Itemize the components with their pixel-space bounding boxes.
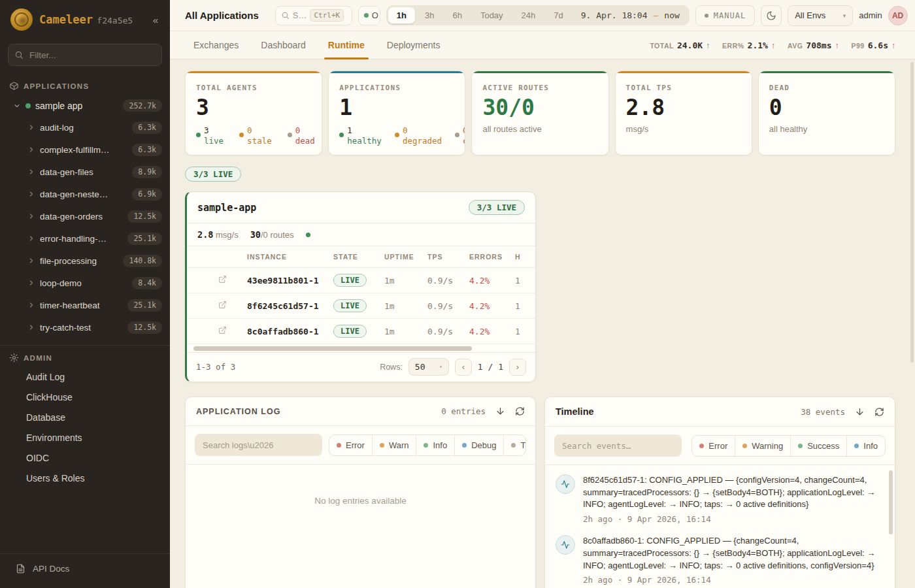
substat-stale: 0stale bbox=[239, 125, 272, 147]
filter-chip-error[interactable]: Error bbox=[692, 436, 735, 456]
state-badge: LIVE bbox=[333, 325, 367, 338]
chevron-right-icon[interactable] bbox=[27, 323, 35, 331]
sidebar-item-clickhouse[interactable]: ClickHouse bbox=[0, 387, 170, 407]
filter-chip-info[interactable]: Info bbox=[416, 435, 454, 455]
sidebar-item-loop-demo[interactable]: loop-demo8.4k bbox=[0, 272, 170, 294]
sidebar-item-try-catch-test[interactable]: try-catch-test12.5k bbox=[0, 316, 170, 338]
sidebar-item-users-roles[interactable]: Users & Roles bbox=[0, 468, 170, 488]
filter-chip-trace[interactable]: Trace bbox=[503, 435, 526, 455]
rows-label: Rows: bbox=[380, 363, 403, 372]
next-page-button[interactable]: › bbox=[509, 359, 526, 376]
filter-chip-success[interactable]: Success bbox=[790, 436, 846, 456]
range-today-button[interactable]: Today bbox=[472, 7, 512, 24]
sidebar-item-timer-heartbeat[interactable]: timer-heartbeat25.1k bbox=[0, 294, 170, 316]
range-24h-button[interactable]: 24h bbox=[513, 7, 544, 24]
manual-refresh-button[interactable]: MANUAL bbox=[695, 5, 755, 26]
sidebar-item-data-gen-nested[interactable]: data-gen-neste…6.9k bbox=[0, 183, 170, 205]
sidebar-filter-input[interactable] bbox=[8, 44, 162, 66]
tree-item-label: audit-log bbox=[40, 123, 74, 133]
sidebar-item-data-gen-files[interactable]: data-gen-files8.9k bbox=[0, 161, 170, 183]
external-link-icon[interactable] bbox=[218, 326, 227, 335]
horizontal-scrollbar[interactable] bbox=[193, 346, 529, 351]
external-link-icon[interactable] bbox=[218, 275, 227, 284]
table-row[interactable]: 8f6245c61d57-1 LIVE 1m 0.9/s 4.2% 1 bbox=[187, 293, 535, 319]
prev-page-button[interactable]: ‹ bbox=[455, 359, 472, 376]
sidebar-item-audit-log[interactable]: audit-log6.3k bbox=[0, 116, 170, 139]
chevron-down-icon[interactable] bbox=[13, 102, 21, 110]
chevron-right-icon[interactable] bbox=[27, 190, 35, 198]
page-indicator: 1 / 1 bbox=[478, 362, 503, 372]
vertical-scrollbar-thumb[interactable] bbox=[889, 470, 893, 534]
connection-status-pill[interactable]: O bbox=[358, 6, 380, 25]
chevron-right-icon[interactable] bbox=[27, 279, 35, 287]
filter-chip-error[interactable]: Error bbox=[329, 435, 372, 455]
stat-p99: P996.6s↑ bbox=[852, 41, 896, 50]
warning-dot bbox=[742, 444, 747, 448]
api-docs-link[interactable]: API Docs bbox=[0, 553, 170, 588]
sidebar-item-database[interactable]: Database bbox=[0, 407, 170, 427]
column-tps: TPS bbox=[422, 246, 464, 268]
filter-chip-info[interactable]: Info bbox=[846, 436, 885, 456]
sidebar-item-data-gen-orders[interactable]: data-gen-orders12.5k bbox=[0, 205, 170, 227]
chevron-right-icon[interactable] bbox=[27, 146, 35, 154]
sidebar-item-audit-log-admin[interactable]: Audit Log bbox=[0, 367, 170, 387]
log-search-input[interactable] bbox=[195, 434, 322, 456]
table-footer: 1-3 of 3 Rows: 50 ▾ ‹ 1 / 1 › bbox=[187, 352, 535, 382]
tab-deployments[interactable]: Deployments bbox=[387, 31, 441, 59]
chevron-right-icon[interactable] bbox=[27, 301, 35, 309]
table-row[interactable]: 43ee9811b801-1 LIVE 1m 0.9/s 4.2% 1 bbox=[187, 268, 535, 293]
activity-pulse-icon bbox=[561, 540, 570, 549]
range-6h-button[interactable]: 6h bbox=[444, 7, 470, 24]
chevron-right-icon[interactable] bbox=[27, 123, 35, 131]
theme-toggle-button[interactable] bbox=[761, 5, 782, 26]
time-range-control: 1h 3h 6h Today 24h 7d 9. Apr. 18:04 — no… bbox=[386, 5, 690, 25]
external-link-icon[interactable] bbox=[218, 301, 227, 309]
tab-dashboard[interactable]: Dashboard bbox=[261, 31, 306, 59]
main-scrollbar-thumb[interactable] bbox=[910, 62, 914, 363]
avatar[interactable]: AD bbox=[888, 6, 908, 25]
download-button[interactable] bbox=[855, 407, 865, 417]
search-icon bbox=[14, 50, 24, 59]
filter-chip-warn[interactable]: Warn bbox=[372, 435, 416, 455]
date-range-display[interactable]: 9. Apr. 18:04 — now bbox=[573, 10, 688, 20]
range-7d-button[interactable]: 7d bbox=[545, 7, 571, 24]
card-applications: APPLICATIONS 1 1healthy 0degraded 0criti bbox=[328, 71, 465, 155]
sidebar-item-oidc[interactable]: OIDC bbox=[0, 448, 170, 468]
events-search-input[interactable] bbox=[554, 434, 682, 457]
tab-runtime[interactable]: Runtime bbox=[328, 31, 365, 59]
gray-dot bbox=[288, 133, 292, 137]
sidebar-item-error-handling[interactable]: error-handling-…25.1k bbox=[0, 227, 170, 250]
count-badge: 8.9k bbox=[132, 166, 162, 178]
sidebar-item-sample-app[interactable]: sample app 252.7k bbox=[0, 95, 170, 116]
timeline-event[interactable]: 8f6245c61d57-1: CONFIG_APPLIED — {config… bbox=[556, 474, 883, 524]
refresh-button[interactable] bbox=[874, 407, 884, 417]
tab-exchanges[interactable]: Exchanges bbox=[193, 31, 239, 59]
app-card-title: sample-app bbox=[197, 202, 256, 214]
download-button[interactable] bbox=[495, 406, 505, 416]
count-badge: 252.7k bbox=[123, 99, 162, 112]
sidebar-collapse-icon[interactable]: « bbox=[150, 13, 161, 27]
timeline-event[interactable]: 8c0affadb860-1: CONFIG_APPLIED — {change… bbox=[556, 535, 883, 585]
global-search[interactable]: S… Ctrl+K bbox=[275, 6, 352, 25]
rows-per-page-select[interactable]: 50 ▾ bbox=[408, 358, 449, 376]
range-3h-button[interactable]: 3h bbox=[416, 7, 442, 24]
state-badge: LIVE bbox=[333, 299, 367, 312]
table-row[interactable]: 8c0affadb860-1 LIVE 1m 0.9/s 4.2% 1 bbox=[187, 319, 535, 344]
range-1h-button[interactable]: 1h bbox=[388, 7, 415, 24]
chevron-right-icon[interactable] bbox=[27, 257, 35, 265]
chevron-right-icon[interactable] bbox=[27, 168, 35, 176]
chevron-right-icon[interactable] bbox=[27, 235, 35, 242]
trend-up-icon: ↑ bbox=[771, 41, 775, 50]
log-level-filters: Error Warn Info Debug Trace bbox=[329, 434, 526, 456]
sidebar-item-file-processing[interactable]: file-processing140.8k bbox=[0, 250, 170, 272]
sidebar-item-environments[interactable]: Environments bbox=[0, 427, 170, 448]
refresh-button[interactable] bbox=[515, 406, 525, 416]
sidebar-item-complex-fulfillment[interactable]: complex-fulfillm…6.3k bbox=[0, 139, 170, 161]
environment-select[interactable]: All Envs ▾ bbox=[788, 5, 853, 26]
gray-dot bbox=[455, 133, 459, 137]
card-total-tps: TOTAL TPS 2.8 msg/s bbox=[615, 71, 752, 155]
filter-chip-warning[interactable]: Warning bbox=[735, 436, 790, 456]
filter-chip-debug[interactable]: Debug bbox=[454, 435, 503, 455]
scrollbar-thumb[interactable] bbox=[193, 346, 472, 351]
chevron-right-icon[interactable] bbox=[27, 212, 35, 220]
